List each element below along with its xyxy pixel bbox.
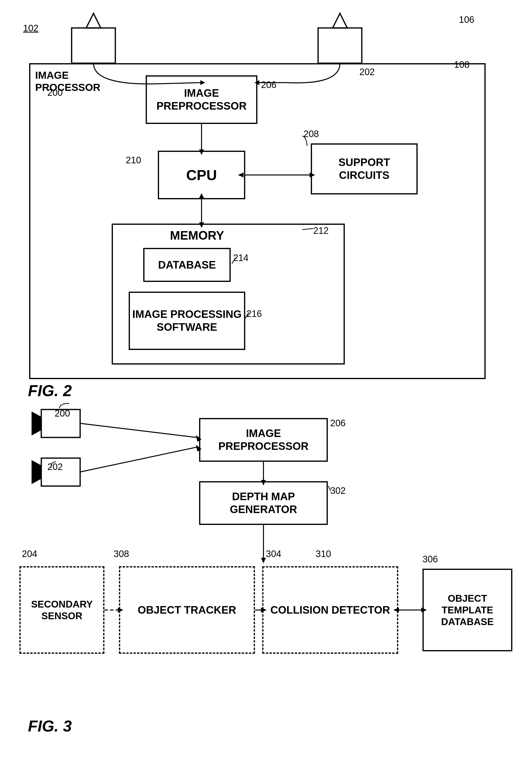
- ref-212: 212: [313, 226, 328, 236]
- box-image-preprocessor-fig2: IMAGE PREPROCESSOR: [146, 75, 257, 124]
- box-collision-detector: COLLISION DETECTOR: [262, 566, 398, 654]
- box-secondary-sensor: SECONDARY SENSOR: [20, 566, 105, 654]
- ref-304: 304: [266, 549, 281, 559]
- ref-202-fig3: 202: [47, 462, 63, 472]
- svg-rect-0: [71, 28, 115, 63]
- memory-label: MEMORY: [170, 228, 224, 243]
- svg-marker-14: [32, 460, 41, 484]
- ref-210: 210: [126, 155, 141, 166]
- fig3-label: FIG. 3: [28, 717, 72, 735]
- svg-rect-2: [318, 28, 362, 63]
- ref-214: 214: [233, 253, 248, 263]
- box-database: DATABASE: [143, 248, 231, 282]
- ref-302: 302: [330, 485, 346, 496]
- fig2-label: FIG. 2: [28, 382, 72, 400]
- svg-marker-12: [32, 412, 41, 436]
- box-depth-map-generator: DEPTH MAP GENERATOR: [199, 481, 328, 525]
- ref-216: 216: [246, 309, 262, 319]
- ref-206-fig3: 206: [330, 418, 346, 428]
- box-object-template-database: OBJECT TEMPLATE DATABASE: [422, 569, 512, 651]
- ref-208-fig2: 208: [303, 129, 319, 139]
- box-cpu: CPU: [158, 151, 245, 199]
- box-object-tracker: OBJECT TRACKER: [119, 566, 255, 654]
- box-image-preprocessor-fig3: IMAGE PREPROCESSOR: [199, 418, 328, 462]
- ref-106: 106: [459, 15, 474, 25]
- box-ips: IMAGE PROCESSING SOFTWARE: [129, 291, 245, 350]
- ref-102: 102: [23, 23, 38, 33]
- ref-204: 204: [22, 549, 37, 559]
- ref-308: 308: [114, 549, 129, 559]
- ref-306: 306: [422, 554, 438, 564]
- svg-marker-1: [86, 13, 101, 28]
- svg-marker-18: [261, 558, 266, 563]
- ref-206-fig2: 206: [261, 80, 276, 90]
- ref-310: 310: [316, 549, 331, 559]
- box-support-circuits: SUPPORT CIRCUITS: [311, 143, 418, 194]
- ref-200-fig3: 200: [55, 408, 70, 419]
- svg-marker-3: [333, 13, 347, 28]
